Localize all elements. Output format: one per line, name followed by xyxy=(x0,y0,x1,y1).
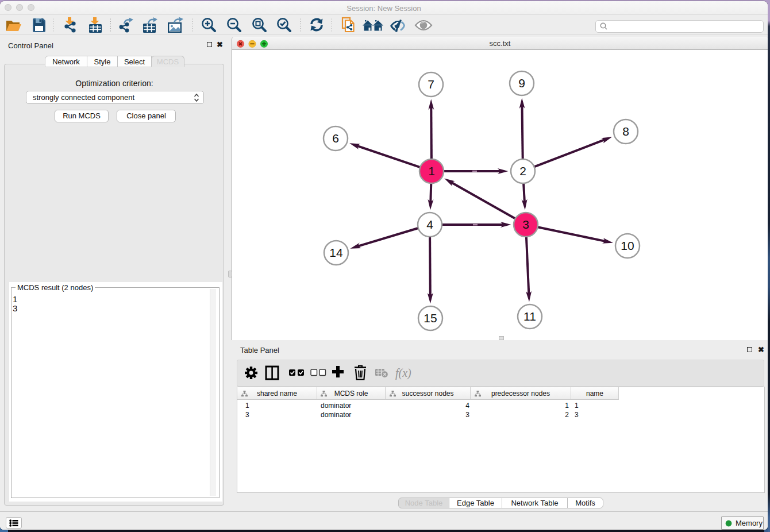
svg-text:14: 14 xyxy=(329,246,343,259)
svg-text:f(x): f(x) xyxy=(395,367,411,380)
svg-text:1: 1 xyxy=(428,164,435,178)
svg-text:11: 11 xyxy=(523,310,536,323)
svg-text:7: 7 xyxy=(428,78,434,91)
svg-text:2: 2 xyxy=(519,164,526,178)
svg-text:3: 3 xyxy=(522,218,529,231)
svg-text:9: 9 xyxy=(518,76,525,90)
svg-text:8: 8 xyxy=(622,125,629,138)
svg-text:15: 15 xyxy=(424,311,437,325)
svg-text:4: 4 xyxy=(426,218,433,231)
svg-text:10: 10 xyxy=(621,239,634,252)
svg-text:6: 6 xyxy=(332,132,339,145)
